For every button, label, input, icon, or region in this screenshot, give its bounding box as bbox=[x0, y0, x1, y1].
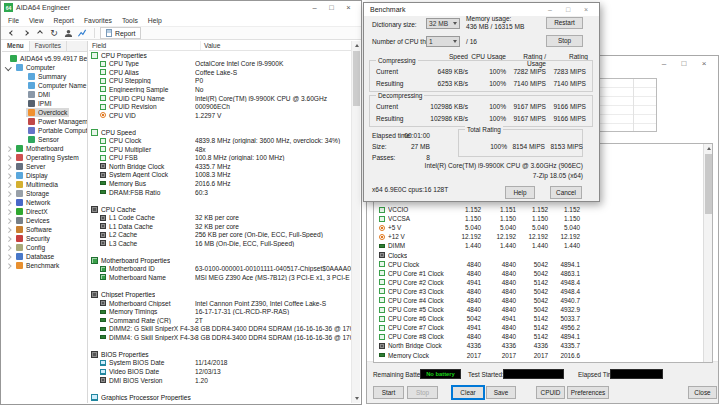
tab-favorites[interactable]: Favorites bbox=[30, 41, 67, 51]
clear-button[interactable]: Clear bbox=[452, 386, 484, 399]
sidebar-item-computer-name[interactable]: Computer Name bbox=[2, 81, 87, 90]
sensor-row-cpu-core-2-clock[interactable]: CPU Core #2 Clock4941484051424948.4 bbox=[374, 278, 712, 287]
field-row-north-bridge-clock[interactable]: North Bridge Clock4335.7 MHz bbox=[89, 162, 351, 171]
expander-closed-icon[interactable] bbox=[4, 180, 14, 189]
back-icon[interactable] bbox=[5, 28, 19, 39]
sensor-row-cpu-core-1-clock[interactable]: CPU Core #1 Clock4840484050424863.1 bbox=[374, 269, 712, 278]
preferences-button[interactable]: Preferences bbox=[567, 386, 609, 399]
expander-closed-icon[interactable] bbox=[4, 234, 14, 243]
expander-closed-icon[interactable] bbox=[4, 243, 14, 252]
start-button[interactable]: Start bbox=[373, 386, 404, 399]
minimize-button[interactable]: – bbox=[654, 56, 674, 72]
sensor-row-cpu-core-7-clock[interactable]: CPU Core #7 Clock4941484051424956.2 bbox=[374, 323, 712, 332]
sidebar-item-dmi[interactable]: DMI bbox=[2, 90, 87, 99]
field-row-l3-cache[interactable]: L3 Cache16 MB (On-Die, ECC, Full-Speed) bbox=[89, 239, 351, 248]
field-row-cpu-vid[interactable]: CPU VID1.2297 V bbox=[89, 111, 351, 120]
field-row-l2-cache[interactable]: L2 Cache256 KB per core (On-Die, ECC, Fu… bbox=[89, 230, 351, 239]
sensor-scroll-thumb[interactable] bbox=[705, 154, 712, 214]
sensor-scroll-up-icon[interactable] bbox=[704, 144, 713, 153]
sensor-row-vccio[interactable]: VCCIO1.1521.1511.1521.152 bbox=[374, 205, 712, 214]
menu-report[interactable]: Report bbox=[49, 17, 79, 24]
field-row-dmi-bios-version[interactable]: DMI BIOS Version1.20 bbox=[89, 376, 351, 385]
sensor-row-dimm[interactable]: DIMM1.4401.4401.4401.440 bbox=[374, 241, 712, 250]
maximize-button[interactable]: □ bbox=[559, 3, 577, 16]
sidebar-item-server[interactable]: Server bbox=[2, 162, 87, 171]
field-row-system-agent-clock[interactable]: System Agent Clock1008.3 MHz bbox=[89, 171, 351, 180]
expander-closed-icon[interactable] bbox=[4, 216, 14, 225]
sidebar-item-summary[interactable]: Summary bbox=[2, 72, 87, 81]
sensor-row-12-v[interactable]: +12 V12.19212.19212.19212.192 bbox=[374, 232, 712, 241]
cancel-button[interactable]: Cancel bbox=[550, 186, 582, 199]
sensor-row-cpu-core-6-clock[interactable]: CPU Core #6 Clock5042494151425033.7 bbox=[374, 314, 712, 323]
field-row-l1-data-cache[interactable]: L1 Data Cache32 KB per core bbox=[89, 222, 351, 231]
field-row-engineering-sample[interactable]: Engineering SampleNo bbox=[89, 85, 351, 94]
stop-benchmark-button[interactable]: Stop bbox=[546, 35, 583, 47]
field-row-cpu-stepping[interactable]: CPU SteppingP0 bbox=[89, 77, 351, 86]
sidebar-item-benchmark[interactable]: Benchmark bbox=[2, 261, 87, 270]
minimize-button[interactable]: – bbox=[306, 1, 323, 14]
field-row-chipset-properties[interactable]: Chipset Properties bbox=[89, 290, 351, 299]
user-icon[interactable] bbox=[61, 28, 75, 39]
up-icon[interactable] bbox=[33, 28, 47, 39]
expander-closed-icon[interactable] bbox=[4, 207, 14, 216]
expander-closed-icon[interactable] bbox=[4, 225, 14, 234]
field-row-cpuid-revision[interactable]: CPUID Revision000906ECh bbox=[89, 102, 351, 111]
minimize-button[interactable]: – bbox=[541, 3, 559, 16]
sidebar-item-aida64-v5-99-4917-beta[interactable]: AIDA64 v5.99.4917 Beta bbox=[2, 54, 87, 63]
sidebar-item-devices[interactable]: Devices bbox=[2, 216, 87, 225]
close-button[interactable]: × bbox=[694, 56, 714, 72]
sidebar-item-operating-system[interactable]: Operating System bbox=[2, 153, 87, 162]
field-list-scrollbar[interactable] bbox=[351, 41, 360, 403]
field-row-cpu-alias[interactable]: CPU AliasCoffee Lake-S bbox=[89, 68, 351, 77]
sidebar-item-software[interactable]: Software bbox=[2, 225, 87, 234]
expander-closed-icon[interactable] bbox=[4, 198, 14, 207]
expander-closed-icon[interactable] bbox=[4, 162, 14, 171]
sensor-row-cpu-core-3-clock[interactable]: CPU Core #3 Clock4840484050424948.4 bbox=[374, 287, 712, 296]
field-row-cpuid-cpu-name[interactable]: CPUID CPU NameIntel(R) Core(TM) i9-9900K… bbox=[89, 94, 351, 103]
scroll-up-icon[interactable] bbox=[352, 41, 361, 50]
field-row-motherboard-name[interactable]: Motherboard NameMSI MEG Z390 Ace (MS-7B1… bbox=[89, 273, 351, 282]
field-row-memory-timings[interactable]: Memory Timings16-17-17-31 (CL-RCD-RP-RAS… bbox=[89, 307, 351, 316]
menu-view[interactable]: View bbox=[24, 17, 49, 24]
field-row-graphics-processor-properties[interactable]: Graphics Processor Properties bbox=[89, 393, 351, 402]
sensor-scrollbar[interactable] bbox=[703, 144, 712, 362]
scroll-down-icon[interactable] bbox=[352, 394, 361, 403]
field-row-cpu-fsb[interactable]: CPU FSB100.8 MHz (original: 100 MHz) bbox=[89, 154, 351, 163]
close-button[interactable]: × bbox=[577, 3, 595, 16]
cpu-threads-select[interactable]: 1 bbox=[426, 36, 460, 47]
cpuid-button[interactable]: CPUID bbox=[536, 386, 565, 399]
menu-help[interactable]: Help bbox=[143, 17, 167, 24]
field-row-motherboard-chipset[interactable]: Motherboard ChipsetIntel Cannon Point Z3… bbox=[89, 299, 351, 308]
sidebar-item-config[interactable]: Config bbox=[2, 243, 87, 252]
restart-button[interactable]: Restart bbox=[546, 17, 583, 29]
field-row-cpu-multiplier[interactable]: CPU Multiplier48x bbox=[89, 145, 351, 154]
sidebar-item-database[interactable]: Database bbox=[2, 252, 87, 261]
stop-button[interactable]: Stop bbox=[407, 386, 438, 399]
main-title-bar[interactable]: 64 AIDA64 Engineer –□× bbox=[1, 1, 361, 14]
field-row-dram-fsb-ratio[interactable]: DRAM:FSB Ratio60:3 bbox=[89, 188, 351, 197]
sensor-row-memory-clock[interactable]: Memory Clock2017201720172016.6 bbox=[374, 351, 712, 360]
menu-favorites[interactable]: Favorites bbox=[79, 17, 117, 24]
sidebar-item-multimedia[interactable]: Multimedia bbox=[2, 180, 87, 189]
tab-menu[interactable]: Menu bbox=[2, 41, 30, 51]
maximize-button[interactable]: □ bbox=[323, 1, 340, 14]
sidebar-item-security[interactable]: Security bbox=[2, 234, 87, 243]
sidebar-item-power-management[interactable]: Power Management bbox=[2, 117, 87, 126]
field-row-command-rate-cr[interactable]: Command Rate (CR)2T bbox=[89, 316, 351, 325]
field-row-memory-bus[interactable]: Memory Bus2016.6 MHz bbox=[89, 179, 351, 188]
sidebar-item-computer[interactable]: Computer bbox=[2, 63, 87, 72]
field-row-bios-properties[interactable]: BIOS Properties bbox=[89, 350, 351, 359]
field-row-motherboard-id[interactable]: Motherboard ID63-0100-000001-00101111-04… bbox=[89, 265, 351, 274]
expander-closed-icon[interactable] bbox=[4, 261, 14, 270]
sidebar-item-storage[interactable]: Storage bbox=[2, 189, 87, 198]
column-header-value[interactable]: Value bbox=[201, 42, 351, 49]
sidebar-item-display[interactable]: Display bbox=[2, 171, 87, 180]
sensor-row-clocks[interactable]: Clocks bbox=[374, 250, 712, 259]
maximize-button[interactable]: □ bbox=[674, 56, 694, 72]
sensor-row-cpu-core-5-clock[interactable]: CPU Core #5 Clock4840484050424932.9 bbox=[374, 305, 712, 314]
field-row-dimm2-g-skill-sniperx-f4-3400c16-8g[interactable]: DIMM2: G Skill SniperX F4-3400C16-8G...8… bbox=[89, 325, 351, 334]
report-button[interactable]: Report bbox=[100, 27, 141, 39]
sensor-row-cpu-core-8-clock[interactable]: CPU Core #8 Clock4840484051424894.1 bbox=[374, 332, 712, 341]
close-button[interactable]: × bbox=[340, 1, 357, 14]
expander-closed-icon[interactable] bbox=[4, 252, 14, 261]
